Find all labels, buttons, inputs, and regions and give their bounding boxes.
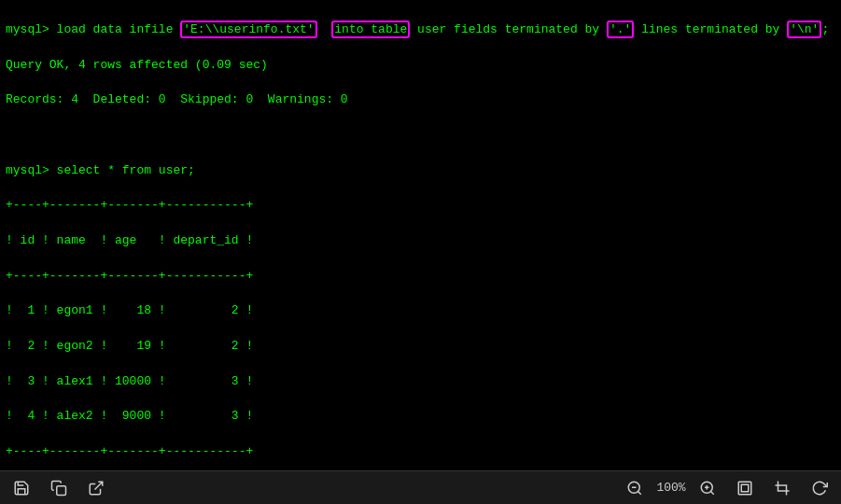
zoom-in-button[interactable] [694,476,722,500]
table-row: ! 2 ! egon2 ! 19 ! 2 ! [6,338,835,356]
zoom-percentage: 100% [652,481,690,495]
prompt-1: mysql> load data infile 'E:\\userinfo.tx… [6,21,829,38]
svg-rect-11 [778,485,787,491]
table-row: ! 1 ! egon1 ! 18 ! 2 ! [6,302,835,320]
table-row: ! 3 ! alex1 ! 10000 ! 3 ! [6,373,835,391]
svg-rect-10 [741,484,749,492]
table-border-mid-1: +----+-------+-------+-----------+ [6,268,835,286]
copy-button[interactable] [45,476,73,500]
table-border-bot-1: +----+-------+-------+-----------+ [6,443,835,461]
svg-rect-0 [57,485,66,495]
records-1: Records: 4 Deleted: 0 Skipped: 0 Warning… [6,91,835,109]
refresh-button[interactable] [806,476,834,500]
select-cmd-1: mysql> select * from user; [6,162,835,180]
highlight-newline-1: '\n' [787,21,821,38]
fit-button[interactable] [731,476,759,500]
cmd-line-1: mysql> load data infile 'E:\\userinfo.tx… [6,21,835,39]
export-button[interactable] [82,476,110,500]
terminal-output: mysql> load data infile 'E:\\userinfo.tx… [0,0,841,470]
highlight-delim-1: '.' [607,21,634,38]
highlight-into-table: into table [331,21,410,38]
table-header-1: ! id ! name ! age ! depart_id ! [6,232,835,250]
table-border-top-1: +----+-------+-------+-----------+ [6,197,835,215]
svg-line-6 [710,491,713,494]
zoom-controls: 100% [621,476,722,500]
blank-1 [6,127,835,145]
svg-line-1 [95,482,103,489]
zoom-out-button[interactable] [621,476,649,500]
table-row: ! 4 ! alex2 ! 9000 ! 3 ! [6,408,835,426]
svg-rect-9 [738,482,751,495]
svg-line-3 [638,491,640,494]
crop-button[interactable] [768,476,796,500]
highlight-filepath-1: 'E:\\userinfo.txt' [180,21,316,38]
query-ok-1: Query OK, 4 rows affected (0.09 sec) [6,57,835,75]
toolbar: 100% [0,470,841,504]
save-button[interactable] [7,476,35,500]
